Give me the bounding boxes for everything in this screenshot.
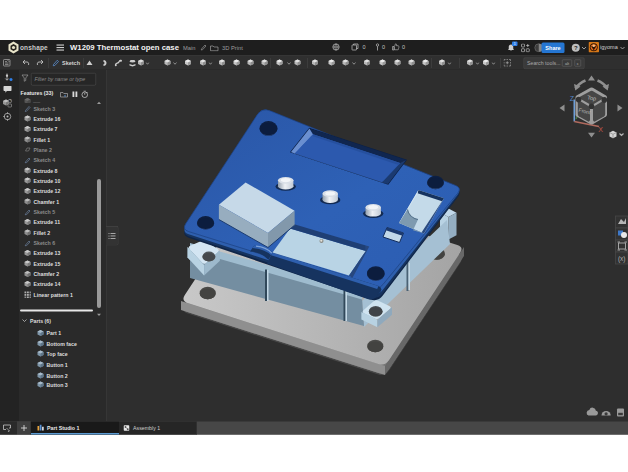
svg-text:?: ? [574,45,578,51]
svg-text:X: X [598,126,603,133]
svg-text:(x): (x) [618,255,626,263]
svg-text:Z: Z [570,95,575,102]
